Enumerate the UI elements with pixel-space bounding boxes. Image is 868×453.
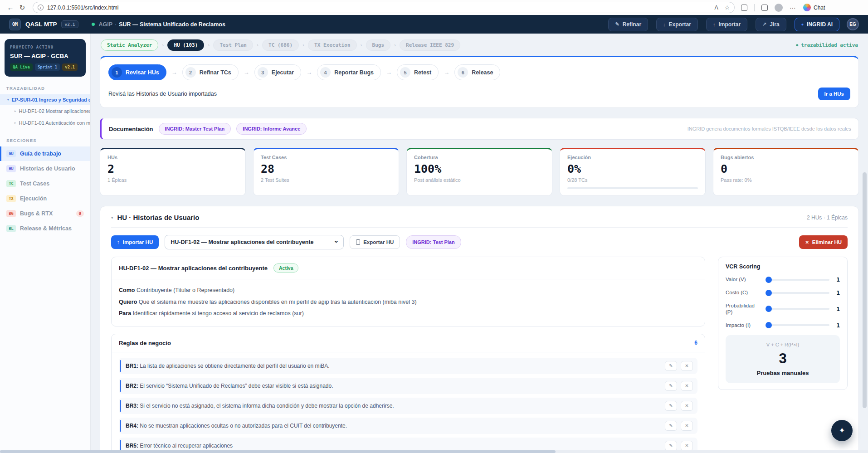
step-reportar-bugs[interactable]: 4 Reportar Bugs: [317, 64, 381, 80]
step-retest[interactable]: 5 Retest: [397, 64, 439, 80]
browser-profile-avatar[interactable]: [775, 4, 783, 12]
tab-hu[interactable]: HU (103): [167, 39, 204, 51]
user-avatar[interactable]: EG: [847, 18, 859, 30]
valor-slider[interactable]: [766, 279, 829, 281]
copilot-chat-button[interactable]: Chat: [803, 4, 825, 11]
project-card-title: SUR — AGIP · GCBA: [10, 53, 80, 59]
address-bar[interactable]: i 127.0.0.1:5501/src/index.html A ☆: [33, 2, 735, 13]
tab-tc[interactable]: TC (686): [262, 39, 299, 51]
step-label: Revisar HUs: [126, 69, 159, 76]
step-ejecutar[interactable]: 3 Ejecutar: [254, 64, 301, 80]
tab-bugs[interactable]: Bugs: [366, 39, 391, 51]
browser-menu-icon[interactable]: ⋯: [790, 4, 796, 11]
ai-fab-button[interactable]: ✦: [831, 420, 853, 441]
exportar-hu-button[interactable]: Exportar HU: [350, 235, 400, 249]
sidebar-item-guia-de-trabajo[interactable]: GU Guía de trabajo: [0, 146, 90, 161]
step-number: 5: [400, 67, 410, 78]
ingrid-ai-button[interactable]: ● INGRID AI: [795, 18, 839, 31]
probabilidad-slider[interactable]: [766, 308, 829, 310]
document-icon: [356, 239, 360, 245]
chevron-sep-icon: ›: [394, 43, 396, 48]
step-revisar-hus[interactable]: 1 Revisar HUs: [108, 64, 166, 80]
importar-hu-button[interactable]: ↑ Importar HU: [111, 235, 159, 249]
stat-sub: 0/28 TCs: [567, 177, 698, 183]
gu-badge: GU: [6, 150, 16, 157]
hu-select[interactable]: HU-DF1-02 — Mostrar aplicaciones del con…: [165, 235, 344, 249]
status-dot-icon: ●: [796, 43, 798, 47]
ingrid-master-test-plan-button[interactable]: INGRID: Master Test Plan: [159, 123, 231, 135]
ingrid-informe-avance-button[interactable]: INGRID: Informe Avance: [236, 123, 307, 135]
importar-button[interactable]: ↑ Importar: [706, 18, 747, 31]
favorite-star-icon[interactable]: ☆: [725, 4, 730, 11]
edit-rule-button[interactable]: ✎: [665, 441, 677, 451]
step-refinar-tcs[interactable]: 2 Refinar TCs: [182, 64, 239, 80]
extensions-icon[interactable]: [741, 5, 747, 11]
edit-rule-button[interactable]: ✎: [665, 401, 677, 411]
step-release[interactable]: 6 Release: [454, 64, 500, 80]
story-como: Como Contribuyente (Titular o Representa…: [119, 285, 697, 297]
tree-epic-ep-sur-01[interactable]: ▾ EP-SUR-01 Ingreso y Seguridad del ...: [0, 94, 90, 105]
sidebar-item-release-metricas[interactable]: RL Release & Métricas: [0, 221, 90, 236]
impacto-slider[interactable]: [766, 324, 829, 326]
rule-row-br4: BR4: No se muestran aplicaciones ocultas…: [119, 418, 697, 434]
delete-rule-button[interactable]: ✕: [681, 381, 693, 391]
ir-a-hus-button[interactable]: Ir a HUs: [818, 88, 850, 100]
exportar-button[interactable]: ↓ Exportar: [656, 18, 698, 31]
project-card-eyebrow: PROYECTO ACTIVO: [10, 45, 80, 49]
reload-icon[interactable]: ↻: [16, 2, 28, 13]
eliminar-hu-button[interactable]: ✕ Eliminar HU: [799, 235, 848, 249]
sprint-badge: Sprint 1: [35, 63, 60, 71]
collections-icon[interactable]: [761, 5, 768, 11]
jira-button[interactable]: ↗ Jira: [756, 18, 786, 31]
tab-release-ieee-829[interactable]: Release IEEE 829: [400, 39, 460, 51]
delete-rule-button[interactable]: ✕: [681, 361, 693, 371]
edit-rule-button[interactable]: ✎: [665, 361, 677, 371]
vcr-label: Costo (C): [726, 289, 761, 296]
delete-rule-button[interactable]: ✕: [681, 421, 693, 431]
status-badge: Activa: [273, 263, 299, 273]
slider-thumb[interactable]: [766, 277, 772, 283]
horizontal-scrollbar[interactable]: [0, 450, 868, 453]
close-icon: ✕: [685, 443, 688, 448]
stat-card-bugs-abiertos: Bugs abiertos 0 Pass rate: 0%: [713, 148, 859, 196]
site-info-icon[interactable]: i: [38, 5, 44, 10]
back-icon[interactable]: ←: [5, 2, 16, 13]
slider-thumb[interactable]: [766, 290, 772, 296]
vcr-score-value: 3: [732, 351, 834, 367]
vcr-row-costo: Costo (C) 1: [726, 289, 840, 296]
stat-sub: 1 Épicas: [107, 177, 238, 183]
horizontal-scrollbar-thumb[interactable]: [0, 450, 556, 453]
sidebar-item-ejecucion[interactable]: TX Ejecución: [0, 191, 90, 206]
slider-thumb[interactable]: [766, 322, 772, 328]
edit-rule-button[interactable]: ✎: [665, 421, 677, 431]
tree-hu-df1-01[interactable]: ▸ HU-DF1-01 Autenticación con miB...: [0, 117, 90, 129]
edit-icon: ✎: [669, 363, 673, 368]
costo-slider[interactable]: [766, 292, 829, 294]
stat-card-cobertura: Cobertura 100% Post análisis estático: [406, 148, 552, 196]
sidebar-item-test-cases[interactable]: TC Test Cases: [0, 176, 90, 191]
tree-hu-df1-02[interactable]: ▸ HU-DF1-02 Mostrar aplicaciones d...: [0, 105, 90, 117]
tab-static-analyzer[interactable]: Static Analyzer: [101, 39, 158, 51]
ingrid-test-plan-button[interactable]: INGRID: Test Plan: [406, 235, 461, 249]
refinar-button[interactable]: ✎ Refinar: [608, 18, 648, 31]
qa-live-badge: QA Live: [10, 63, 33, 71]
tab-tx-execution[interactable]: TX Execution: [308, 39, 356, 51]
delete-rule-button[interactable]: ✕: [681, 441, 693, 451]
bugs-count-badge: 0: [76, 210, 84, 217]
trazabilidad-section-label: TRAZABILIDAD: [6, 86, 84, 91]
caret-right-icon: ▸: [15, 109, 16, 113]
url-text[interactable]: 127.0.0.1:5501/src/index.html: [47, 5, 708, 11]
arrow-right-icon: →: [444, 69, 449, 76]
arrow-right-icon: →: [386, 69, 392, 76]
delete-rule-button[interactable]: ✕: [681, 401, 693, 411]
collapse-caret-icon[interactable]: ▾: [111, 215, 113, 220]
tab-test-plan[interactable]: Test Plan: [213, 39, 253, 51]
rules-count-badge: 6: [694, 340, 697, 346]
sidebar-item-historias-de-usuario[interactable]: HU Historias de Usuario: [0, 161, 90, 176]
sidebar-item-bugs-rtx[interactable]: BG Bugs & RTX 0: [0, 206, 90, 221]
vertical-scrollbar-thumb[interactable]: [863, 172, 867, 408]
slider-thumb[interactable]: [766, 306, 772, 312]
read-aloud-icon[interactable]: A: [714, 5, 718, 11]
edit-rule-button[interactable]: ✎: [665, 381, 677, 391]
active-project-card: PROYECTO ACTIVO SUR — AGIP · GCBA QA Liv…: [5, 39, 86, 77]
